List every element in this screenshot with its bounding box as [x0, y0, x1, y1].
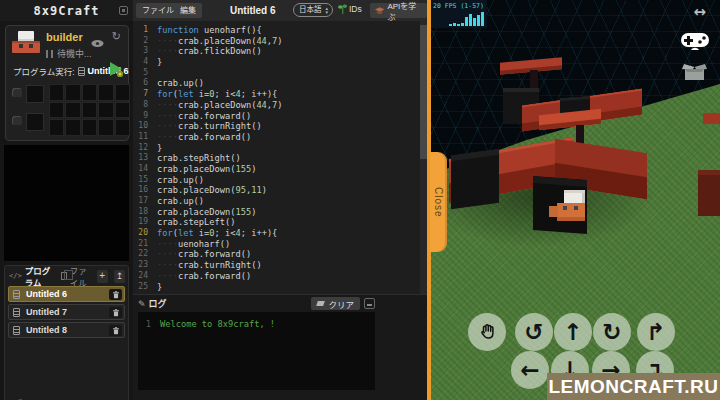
code-line[interactable]: 7for(let i=0; i<4; i++){ — [133, 89, 419, 100]
dock-toggle-icon[interactable] — [119, 6, 128, 15]
line-number: 9 — [133, 111, 157, 122]
fps-bar — [453, 23, 456, 26]
inventory-hand-slot[interactable] — [26, 85, 44, 103]
code-line[interactable]: 10····crab.turnRight() — [133, 121, 419, 132]
delete-program-button[interactable] — [109, 325, 122, 336]
inventory-hand-slot[interactable] — [26, 113, 44, 131]
code-line[interactable]: 17crab.up() — [133, 196, 419, 207]
ids-button[interactable]: IDs — [338, 4, 362, 14]
collapse-log-icon[interactable] — [364, 298, 375, 309]
log-body[interactable]: 1Welcome to 8x9craft, ! — [138, 312, 375, 390]
inventory-slot[interactable] — [65, 119, 80, 136]
language-select[interactable]: 日本語 ▴▾ — [293, 3, 333, 17]
inventory-slot[interactable] — [115, 102, 130, 119]
code-line[interactable]: 24····crab.forward() — [133, 271, 419, 282]
inventory-slot[interactable] — [49, 102, 64, 119]
inventory-slot[interactable] — [49, 84, 64, 101]
sapling-icon — [338, 4, 347, 14]
inventory-slot[interactable] — [98, 119, 113, 136]
control-move-left-button[interactable]: ← — [511, 351, 549, 389]
code-line[interactable]: 13crab.stepRight() — [133, 153, 419, 164]
code-line[interactable]: 25} — [133, 282, 419, 293]
delete-program-button[interactable] — [109, 289, 122, 300]
code-line[interactable]: 1function uenoharf(){ — [133, 25, 419, 36]
inventory-slot[interactable] — [115, 84, 130, 101]
inventory-slot[interactable] — [82, 119, 97, 136]
learn-api-button[interactable]: APIを学ぶ — [370, 3, 427, 18]
code-line[interactable]: 12} — [133, 143, 419, 154]
control-rotate-left-button[interactable]: ↺ — [515, 313, 553, 351]
upload-program-button[interactable]: ↥ — [114, 270, 125, 283]
code-line[interactable]: 5 — [133, 68, 419, 79]
delete-program-button[interactable] — [109, 307, 122, 318]
code-text: crab.up() — [157, 196, 204, 207]
inventory-slot[interactable] — [98, 102, 113, 119]
control-move-up-button[interactable]: ↑ — [554, 313, 592, 351]
map-view[interactable] — [4, 145, 129, 261]
code-line[interactable]: 8····crab.placeDown(44,7) — [133, 100, 419, 111]
close-panel-tab[interactable]: Close — [430, 152, 447, 252]
run-program-button[interactable] — [110, 62, 122, 76]
code-line[interactable]: 3····crab.flickDown() — [133, 46, 419, 57]
eye-icon[interactable] — [91, 34, 104, 43]
line-number: 2 — [133, 36, 157, 47]
add-program-button[interactable]: + — [97, 270, 108, 283]
code-text: } — [157, 282, 162, 293]
inventory-slot[interactable] — [65, 102, 80, 119]
code-line[interactable]: 2····crab.placeDown(44,7) — [133, 36, 419, 47]
code-line[interactable]: 16crab.placeDown(95,11) — [133, 185, 419, 196]
editor-scrollbar-track[interactable] — [420, 21, 427, 294]
code-line[interactable]: 15crab.up() — [133, 175, 419, 186]
editor-scrollbar-thumb[interactable] — [420, 25, 427, 159]
inventory-slot[interactable] — [82, 84, 97, 101]
inventory-slot[interactable] — [98, 84, 113, 101]
log-message: Welcome to 8x9craft, ! — [160, 318, 275, 330]
program-list-item[interactable]: Untitled 6 — [8, 286, 125, 302]
code-line[interactable]: 11····crab.forward() — [133, 132, 419, 143]
code-text: for(let i=0; i<4; i++){ — [157, 89, 277, 100]
log-line-number: 1 — [138, 318, 160, 330]
inventory-slot[interactable] — [49, 119, 64, 136]
code-line[interactable]: 23····crab.turnRight() — [133, 260, 419, 271]
refresh-icon[interactable]: ↻ — [112, 30, 121, 43]
program-list-item[interactable]: Untitled 8 — [8, 322, 125, 338]
log-header: ✎ ログ クリア — [133, 295, 427, 312]
code-line[interactable]: 21····uenoharf() — [133, 239, 419, 250]
tab-program[interactable]: プログラム — [25, 264, 55, 288]
line-number: 15 — [133, 175, 157, 186]
tab-file[interactable]: ファイル — [70, 264, 94, 288]
line-number: 23 — [133, 260, 157, 271]
line-number: 3 — [133, 46, 157, 57]
control-rotate-right-button[interactable]: ↻ — [593, 313, 631, 351]
edit-menu-button[interactable]: 編集 — [174, 3, 202, 18]
code-line[interactable]: 19crab.stepLeft() — [133, 217, 419, 228]
clear-log-button[interactable]: クリア — [311, 297, 360, 310]
resize-arrows-icon[interactable]: ↔ — [693, 3, 706, 21]
block-box-icon[interactable] — [682, 62, 707, 86]
log-entry: 1Welcome to 8x9craft, ! — [138, 312, 375, 330]
code-line[interactable]: 20for(let i=0; i<4; i++){ — [133, 228, 419, 239]
code-line[interactable]: 9····crab.forward() — [133, 111, 419, 122]
code-line[interactable]: 6crab.up() — [133, 78, 419, 89]
control-step-up-button[interactable]: ↱ — [637, 313, 675, 351]
inventory-slot[interactable] — [82, 102, 97, 119]
code-text: ····crab.forward() — [157, 249, 251, 260]
game-view[interactable]: Close 20 FPS (1-57) ↔ ↺↑↻↱←↓→↴ LEMONCRAF… — [427, 0, 720, 400]
code-line[interactable]: 14crab.placeDown(155) — [133, 164, 419, 175]
sidebar: builder ↻ 待機中... プログラム実行: Untitled 6 — [0, 21, 133, 400]
fps-bar — [469, 14, 472, 26]
robot-card: builder ↻ 待機中... プログラム実行: Untitled 6 — [5, 25, 129, 141]
code-text: crab.up() — [157, 175, 204, 186]
code-editor[interactable]: 1function uenoharf(){2····crab.placeDown… — [133, 21, 427, 294]
code-line[interactable]: 22····crab.forward() — [133, 249, 419, 260]
code-line[interactable]: 18crab.placeDown(155) — [133, 207, 419, 218]
line-number: 5 — [133, 68, 157, 79]
line-number: 21 — [133, 239, 157, 250]
control-hand-button[interactable] — [468, 313, 506, 351]
fps-bar — [457, 24, 460, 26]
inventory-slot[interactable] — [65, 84, 80, 101]
inventory-slot[interactable] — [115, 119, 130, 136]
code-line[interactable]: 4} — [133, 57, 419, 68]
gamepad-icon[interactable] — [681, 31, 709, 54]
program-list-item[interactable]: Untitled 7 — [8, 304, 125, 320]
